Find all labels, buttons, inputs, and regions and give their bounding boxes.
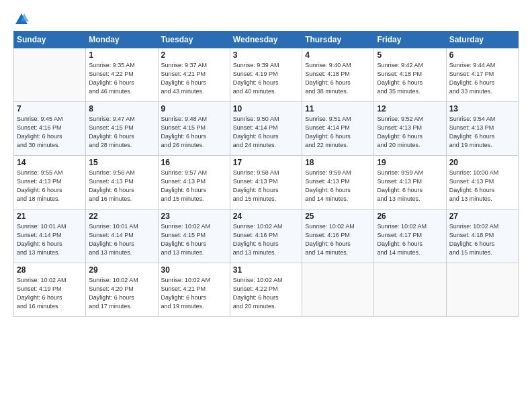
day-info: Sunrise: 9:42 AM Sunset: 4:18 PM Dayligh… bbox=[377, 61, 443, 96]
day-info: Sunrise: 10:02 AM Sunset: 4:18 PM Daylig… bbox=[449, 222, 515, 257]
calendar-cell: 29Sunrise: 10:02 AM Sunset: 4:20 PM Dayl… bbox=[86, 263, 158, 317]
calendar-cell: 11Sunrise: 9:51 AM Sunset: 4:14 PM Dayli… bbox=[302, 102, 374, 156]
day-number: 23 bbox=[161, 212, 227, 221]
day-number: 31 bbox=[233, 265, 299, 275]
day-info: Sunrise: 9:48 AM Sunset: 4:15 PM Dayligh… bbox=[161, 115, 227, 150]
logo bbox=[13, 12, 30, 24]
calendar-cell: 20Sunrise: 10:00 AM Sunset: 4:13 PM Dayl… bbox=[446, 156, 518, 210]
calendar-cell: 6Sunrise: 9:44 AM Sunset: 4:17 PM Daylig… bbox=[446, 48, 518, 102]
day-info: Sunrise: 10:01 AM Sunset: 4:14 PM Daylig… bbox=[17, 222, 83, 257]
day-number: 13 bbox=[449, 104, 515, 113]
calendar-week-3: 21Sunrise: 10:01 AM Sunset: 4:14 PM Dayl… bbox=[14, 210, 519, 263]
calendar-cell: 28Sunrise: 10:02 AM Sunset: 4:19 PM Dayl… bbox=[14, 263, 86, 317]
day-info: Sunrise: 10:02 AM Sunset: 4:19 PM Daylig… bbox=[17, 276, 83, 311]
calendar-cell: 24Sunrise: 10:02 AM Sunset: 4:16 PM Dayl… bbox=[230, 210, 302, 263]
day-number: 30 bbox=[161, 265, 227, 275]
day-number: 16 bbox=[161, 158, 227, 167]
calendar-header-saturday: Saturday bbox=[446, 32, 518, 48]
calendar-cell: 3Sunrise: 9:39 AM Sunset: 4:19 PM Daylig… bbox=[230, 48, 302, 102]
day-number: 17 bbox=[233, 158, 299, 167]
calendar-week-2: 14Sunrise: 9:55 AM Sunset: 4:13 PM Dayli… bbox=[14, 156, 519, 210]
day-number: 29 bbox=[89, 265, 154, 275]
calendar-cell: 22Sunrise: 10:01 AM Sunset: 4:14 PM Dayl… bbox=[86, 210, 158, 263]
day-number: 24 bbox=[233, 212, 299, 221]
day-number: 27 bbox=[449, 212, 515, 221]
calendar-cell bbox=[14, 48, 86, 102]
calendar-cell bbox=[374, 263, 446, 317]
day-info: Sunrise: 9:51 AM Sunset: 4:14 PM Dayligh… bbox=[305, 115, 371, 150]
day-info: Sunrise: 10:02 AM Sunset: 4:20 PM Daylig… bbox=[89, 276, 154, 311]
day-number: 20 bbox=[449, 158, 515, 167]
day-number: 3 bbox=[233, 50, 299, 60]
calendar-cell: 23Sunrise: 10:02 AM Sunset: 4:15 PM Dayl… bbox=[158, 210, 230, 263]
day-info: Sunrise: 9:58 AM Sunset: 4:13 PM Dayligh… bbox=[233, 169, 299, 203]
day-info: Sunrise: 9:59 AM Sunset: 4:13 PM Dayligh… bbox=[305, 169, 371, 203]
day-number: 22 bbox=[89, 212, 154, 221]
calendar-cell: 27Sunrise: 10:02 AM Sunset: 4:18 PM Dayl… bbox=[446, 210, 518, 263]
day-info: Sunrise: 9:59 AM Sunset: 4:13 PM Dayligh… bbox=[377, 169, 443, 203]
calendar-cell: 17Sunrise: 9:58 AM Sunset: 4:13 PM Dayli… bbox=[230, 156, 302, 210]
calendar-cell: 7Sunrise: 9:45 AM Sunset: 4:16 PM Daylig… bbox=[14, 102, 86, 156]
page: SundayMondayTuesdayWednesdayThursdayFrid… bbox=[0, 0, 532, 411]
day-info: Sunrise: 10:00 AM Sunset: 4:13 PM Daylig… bbox=[449, 169, 515, 203]
calendar-cell: 31Sunrise: 10:02 AM Sunset: 4:22 PM Dayl… bbox=[230, 263, 302, 317]
day-number: 9 bbox=[161, 104, 227, 113]
calendar-cell: 25Sunrise: 10:02 AM Sunset: 4:16 PM Dayl… bbox=[302, 210, 374, 263]
day-number: 12 bbox=[377, 104, 443, 113]
day-number: 2 bbox=[161, 50, 227, 60]
calendar-cell: 16Sunrise: 9:57 AM Sunset: 4:13 PM Dayli… bbox=[158, 156, 230, 210]
day-info: Sunrise: 10:02 AM Sunset: 4:15 PM Daylig… bbox=[161, 222, 227, 257]
day-number: 18 bbox=[305, 158, 371, 167]
calendar-cell bbox=[302, 263, 374, 317]
day-number: 4 bbox=[305, 50, 371, 60]
calendar-cell: 30Sunrise: 10:02 AM Sunset: 4:21 PM Dayl… bbox=[158, 263, 230, 317]
day-info: Sunrise: 9:39 AM Sunset: 4:19 PM Dayligh… bbox=[233, 61, 299, 96]
calendar-header-friday: Friday bbox=[374, 32, 446, 48]
calendar-header-thursday: Thursday bbox=[302, 32, 374, 48]
calendar-week-0: 1Sunrise: 9:35 AM Sunset: 4:22 PM Daylig… bbox=[14, 48, 519, 102]
calendar-cell: 19Sunrise: 9:59 AM Sunset: 4:13 PM Dayli… bbox=[374, 156, 446, 210]
calendar-cell: 21Sunrise: 10:01 AM Sunset: 4:14 PM Dayl… bbox=[14, 210, 86, 263]
day-number: 25 bbox=[305, 212, 371, 221]
day-info: Sunrise: 9:56 AM Sunset: 4:13 PM Dayligh… bbox=[89, 169, 154, 203]
day-info: Sunrise: 10:02 AM Sunset: 4:17 PM Daylig… bbox=[377, 222, 443, 257]
calendar-header-row: SundayMondayTuesdayWednesdayThursdayFrid… bbox=[14, 32, 519, 48]
calendar-cell: 15Sunrise: 9:56 AM Sunset: 4:13 PM Dayli… bbox=[86, 156, 158, 210]
day-info: Sunrise: 10:01 AM Sunset: 4:14 PM Daylig… bbox=[89, 222, 154, 257]
day-info: Sunrise: 9:55 AM Sunset: 4:13 PM Dayligh… bbox=[17, 169, 83, 203]
calendar-cell: 5Sunrise: 9:42 AM Sunset: 4:18 PM Daylig… bbox=[374, 48, 446, 102]
day-number: 5 bbox=[377, 50, 443, 60]
day-number: 11 bbox=[305, 104, 371, 113]
calendar-header-monday: Monday bbox=[86, 32, 158, 48]
logo-text bbox=[13, 12, 30, 27]
day-number: 8 bbox=[89, 104, 154, 113]
calendar-cell: 13Sunrise: 9:54 AM Sunset: 4:13 PM Dayli… bbox=[446, 102, 518, 156]
day-number: 21 bbox=[17, 212, 83, 221]
calendar-header-tuesday: Tuesday bbox=[158, 32, 230, 48]
calendar-cell bbox=[446, 263, 518, 317]
day-info: Sunrise: 9:52 AM Sunset: 4:13 PM Dayligh… bbox=[377, 115, 443, 150]
calendar-week-4: 28Sunrise: 10:02 AM Sunset: 4:19 PM Dayl… bbox=[14, 263, 519, 317]
day-number: 15 bbox=[89, 158, 154, 167]
day-number: 14 bbox=[17, 158, 83, 167]
calendar-cell: 1Sunrise: 9:35 AM Sunset: 4:22 PM Daylig… bbox=[86, 48, 158, 102]
day-number: 6 bbox=[449, 50, 515, 60]
day-info: Sunrise: 9:35 AM Sunset: 4:22 PM Dayligh… bbox=[89, 61, 154, 96]
day-number: 1 bbox=[89, 50, 154, 60]
calendar-cell: 14Sunrise: 9:55 AM Sunset: 4:13 PM Dayli… bbox=[14, 156, 86, 210]
day-number: 10 bbox=[233, 104, 299, 113]
day-number: 19 bbox=[377, 158, 443, 167]
calendar-cell: 2Sunrise: 9:37 AM Sunset: 4:21 PM Daylig… bbox=[158, 48, 230, 102]
day-info: Sunrise: 9:50 AM Sunset: 4:14 PM Dayligh… bbox=[233, 115, 299, 150]
day-number: 7 bbox=[17, 104, 83, 113]
day-info: Sunrise: 9:54 AM Sunset: 4:13 PM Dayligh… bbox=[449, 115, 515, 150]
day-info: Sunrise: 9:57 AM Sunset: 4:13 PM Dayligh… bbox=[161, 169, 227, 203]
day-info: Sunrise: 10:02 AM Sunset: 4:16 PM Daylig… bbox=[233, 222, 299, 257]
calendar-header-sunday: Sunday bbox=[14, 32, 86, 48]
day-number: 28 bbox=[17, 265, 83, 275]
day-info: Sunrise: 9:45 AM Sunset: 4:16 PM Dayligh… bbox=[17, 115, 83, 150]
day-info: Sunrise: 10:02 AM Sunset: 4:21 PM Daylig… bbox=[161, 276, 227, 311]
logo-icon bbox=[14, 12, 29, 27]
calendar-header-wednesday: Wednesday bbox=[230, 32, 302, 48]
calendar-cell: 8Sunrise: 9:47 AM Sunset: 4:15 PM Daylig… bbox=[86, 102, 158, 156]
